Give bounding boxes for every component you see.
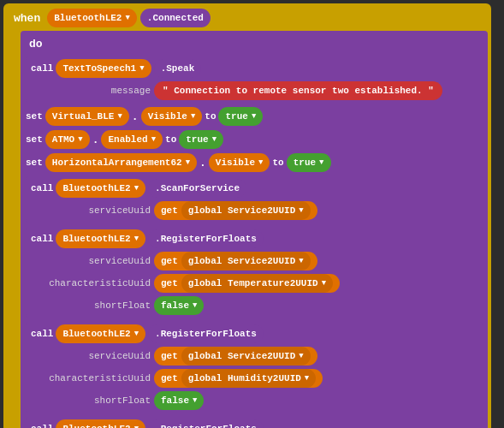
true-pill-3[interactable]: true ▼ bbox=[287, 153, 331, 172]
reg1-short-arrow[interactable]: ▼ bbox=[193, 301, 197, 310]
tts-component-label: TextToSpeech1 bbox=[62, 63, 136, 74]
reg1-method-pill[interactable]: .RegisterForFloats bbox=[148, 229, 264, 248]
reg2-short-pill[interactable]: false ▼ bbox=[154, 391, 204, 410]
tts-message-label: message bbox=[48, 86, 151, 96]
reg2-char-get-pill[interactable]: get global Humidity2UUID ▼ bbox=[154, 369, 323, 388]
reg2-comp-arrow[interactable]: ▼ bbox=[134, 330, 139, 338]
tts-method-label: .Speak bbox=[161, 63, 195, 74]
reg1-service-uuid-pill[interactable]: global Service2UUID ▼ bbox=[181, 252, 311, 270]
reg3-comp-arrow[interactable]: ▼ bbox=[134, 425, 139, 428]
reg3-component-pill[interactable]: BluetoothLE2 ▼ bbox=[56, 419, 145, 428]
reg1-get-label: get bbox=[161, 256, 178, 266]
call-label-reg3: call bbox=[31, 424, 53, 428]
reg1-service-get-pill[interactable]: get global Service2UUID ▼ bbox=[154, 252, 317, 270]
scan-get-pill[interactable]: get global Service2UUID ▼ bbox=[154, 201, 317, 220]
dropdown-arrow-1[interactable]: ▼ bbox=[125, 14, 129, 22]
reg2-call-block: call BluetoothLE2 ▼ .RegisterForFloats s… bbox=[26, 322, 483, 413]
to-label-2: to bbox=[165, 134, 176, 145]
tts-method-pill[interactable]: .Speak bbox=[154, 59, 202, 78]
tts-dropdown-arrow[interactable]: ▼ bbox=[139, 64, 144, 73]
scan-uuid-arrow[interactable]: ▼ bbox=[299, 206, 303, 215]
true-label-3: true bbox=[294, 158, 316, 168]
reg2-suuid-arrow[interactable]: ▼ bbox=[299, 352, 303, 360]
enabled-prop-pill[interactable]: Enabled ▼ bbox=[101, 130, 163, 149]
reg1-char-get-label: get bbox=[161, 278, 178, 288]
reg2-component-pill[interactable]: BluetoothLE2 ▼ bbox=[56, 324, 145, 343]
reg2-method-pill[interactable]: .RegisterForFloats bbox=[148, 324, 264, 343]
when-keyword: when bbox=[10, 10, 44, 27]
scan-uuid-value-pill[interactable]: global Service2UUID ▼ bbox=[181, 201, 311, 220]
scan-component-pill[interactable]: BluetoothLE2 ▼ bbox=[56, 179, 145, 198]
reg3-method-label: .RegisterForFloats bbox=[155, 424, 257, 428]
scan-component-label: BluetoothLE2 bbox=[62, 183, 130, 193]
dot-3: . bbox=[199, 157, 206, 169]
bluetooth-component-label: BluetoothLE2 bbox=[54, 13, 122, 23]
reg1-short-row: shortFloat false ▼ bbox=[31, 296, 477, 315]
reg2-call-row: call BluetoothLE2 ▼ .RegisterForFloats bbox=[31, 324, 477, 343]
tts-message-row: message " Connection to remote sensor tw… bbox=[31, 81, 477, 100]
reg1-component-label: BluetoothLE2 bbox=[62, 234, 130, 244]
reg1-short-pill[interactable]: false ▼ bbox=[154, 296, 204, 315]
set-virtual-ble-row: set Virtual_BLE ▼ . Visible ▼ to true ▼ bbox=[26, 107, 483, 126]
scan-uuid-value: global Service2UUID bbox=[188, 205, 295, 216]
dot-1: . bbox=[132, 110, 139, 123]
reg2-short-value: false bbox=[161, 395, 189, 406]
reg1-call-row: call BluetoothLE2 ▼ .RegisterForFloats bbox=[31, 229, 477, 248]
true2-dropdown-arrow[interactable]: ▼ bbox=[212, 135, 216, 144]
call-label-reg2: call bbox=[31, 329, 53, 339]
virtual-ble-pill[interactable]: Virtual_BLE ▼ bbox=[45, 107, 129, 126]
vis3-dropdown-arrow[interactable]: ▼ bbox=[258, 158, 263, 167]
reg1-call-block: call BluetoothLE2 ▼ .RegisterForFloats s… bbox=[26, 227, 483, 318]
reg1-short-label: shortFloat bbox=[48, 300, 151, 311]
visible-prop-pill-1[interactable]: Visible ▼ bbox=[141, 107, 203, 126]
reg1-cuuid-arrow[interactable]: ▼ bbox=[322, 279, 326, 288]
vis1-dropdown-arrow[interactable]: ▼ bbox=[191, 112, 195, 121]
true3-dropdown-arrow[interactable]: ▼ bbox=[319, 158, 323, 167]
ha-dropdown-arrow[interactable]: ▼ bbox=[186, 158, 190, 167]
reg1-char-label: characteristicUuid bbox=[48, 278, 151, 288]
reg3-method-pill[interactable]: .RegisterForFloats bbox=[148, 419, 264, 428]
en-dropdown-arrow[interactable]: ▼ bbox=[151, 135, 156, 144]
set-label-3: set bbox=[26, 158, 43, 168]
scan-method-label: .ScanForService bbox=[155, 183, 240, 193]
connected-event-label: .Connected bbox=[147, 13, 204, 23]
scan-method-pill[interactable]: .ScanForService bbox=[148, 179, 246, 198]
set-ha-row: set HorizontalArrangement62 ▼ . Visible … bbox=[26, 153, 483, 172]
reg1-service-row: serviceUuid get global Service2UUID ▼ bbox=[31, 252, 477, 270]
reg1-component-pill[interactable]: BluetoothLE2 ▼ bbox=[56, 229, 145, 248]
connected-event-pill[interactable]: .Connected bbox=[140, 9, 210, 27]
reg1-char-row: characteristicUuid get global Temperatur… bbox=[31, 274, 477, 293]
true-pill-1[interactable]: true ▼ bbox=[218, 107, 263, 126]
do-section: do call TextToSpeech1 ▼ .Speak message "… bbox=[21, 31, 488, 428]
scan-uuid-row: serviceUuid get global Service2UUID ▼ bbox=[31, 201, 477, 220]
reg1-char-get-pill[interactable]: get global Temperature2UUID ▼ bbox=[154, 274, 340, 293]
true-pill-2[interactable]: true ▼ bbox=[179, 130, 223, 149]
do-keyword: do bbox=[26, 36, 483, 52]
reg1-char-uuid-pill[interactable]: global Temperature2UUID ▼ bbox=[181, 274, 333, 293]
scan-comp-arrow[interactable]: ▼ bbox=[134, 184, 139, 193]
to-label-3: to bbox=[272, 158, 283, 168]
reg2-char-uuid-pill[interactable]: global Humidity2UUID ▼ bbox=[181, 369, 316, 388]
reg1-comp-arrow[interactable]: ▼ bbox=[134, 235, 139, 243]
reg2-method-label: .RegisterForFloats bbox=[155, 329, 257, 339]
reg2-service-get-pill[interactable]: get global Service2UUID ▼ bbox=[154, 347, 317, 366]
true1-dropdown-arrow[interactable]: ▼ bbox=[252, 112, 256, 121]
reg2-cuuid-arrow[interactable]: ▼ bbox=[305, 374, 309, 383]
tts-call-row: call TextToSpeech1 ▼ .Speak bbox=[31, 59, 477, 78]
reg2-short-arrow[interactable]: ▼ bbox=[193, 396, 197, 405]
tts-component-pill[interactable]: TextToSpeech1 ▼ bbox=[56, 59, 151, 78]
atmo-dropdown-arrow[interactable]: ▼ bbox=[78, 135, 82, 144]
scan-get-label: get bbox=[161, 205, 178, 216]
vble-dropdown-arrow[interactable]: ▼ bbox=[117, 112, 122, 121]
reg1-suuid-arrow[interactable]: ▼ bbox=[299, 257, 303, 265]
atmo-pill[interactable]: ATMO ▼ bbox=[45, 130, 90, 149]
reg2-service-uuid-pill[interactable]: global Service2UUID ▼ bbox=[181, 347, 311, 366]
ha-pill[interactable]: HorizontalArrangement62 ▼ bbox=[45, 153, 197, 172]
visible-prop-pill-3[interactable]: Visible ▼ bbox=[209, 153, 270, 172]
when-row: when BluetoothLE2 ▼ .Connected bbox=[7, 7, 488, 31]
reg2-char-label: characteristicUuid bbox=[48, 373, 151, 383]
bluetooth-component-pill[interactable]: BluetoothLE2 ▼ bbox=[47, 9, 137, 27]
set-label-2: set bbox=[26, 134, 43, 145]
reg3-call-row: call BluetoothLE2 ▼ .RegisterForFloats bbox=[31, 419, 477, 428]
true-label-2: true bbox=[186, 134, 208, 145]
